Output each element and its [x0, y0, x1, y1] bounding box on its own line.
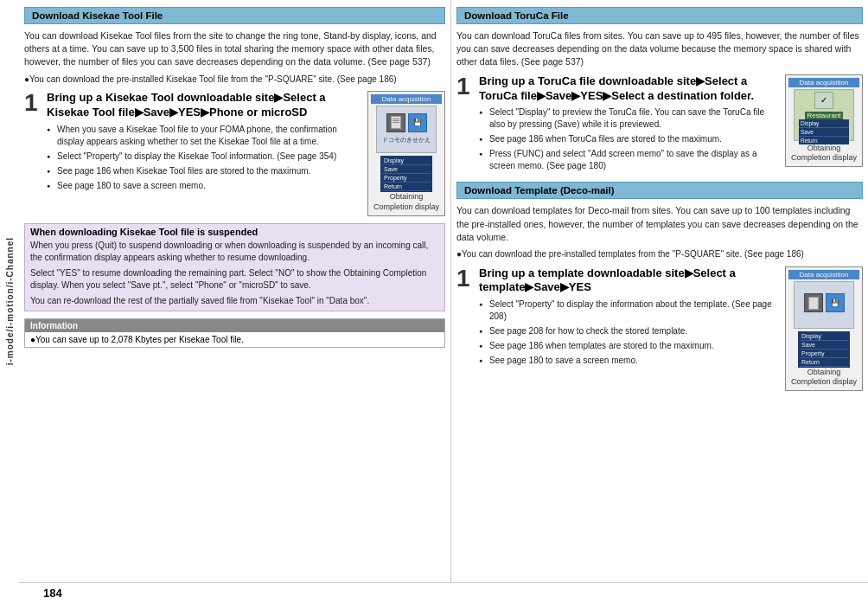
deco-icon-save: 💾: [826, 293, 845, 312]
deco-menu-save: Save: [800, 341, 848, 350]
info-box-body: ●You can save up to 2,078 Kbytes per Kis…: [25, 332, 444, 347]
left-screenshot-header: Data acquisition: [371, 94, 442, 104]
left-pre-note: ●You can download the pre-installed Kise…: [24, 74, 445, 87]
deco-screenshot-menu: Display Save Property Return: [798, 331, 850, 368]
toruca-menu: Display Save Return: [799, 119, 849, 144]
left-bullet-1: When you save a Kisekae Tool file to you…: [47, 124, 362, 148]
deco-menu-return: Return: [800, 358, 848, 367]
left-icon-doc: [386, 113, 405, 132]
left-section-header: Download Kisekae Tool File: [24, 7, 445, 24]
left-bullet-2: Select "Property" to display the Kisekae…: [47, 151, 362, 163]
left-bullet-4: See page 180 to save a screen memo.: [47, 180, 362, 192]
toruca-step1-title: Bring up a ToruCa file downloadable site…: [479, 74, 780, 104]
left-step1-row: 1 Bring up a Kisekae Tool downloadable s…: [24, 91, 445, 215]
side-label: i-mode/i-motion/i-Channel: [0, 0, 19, 603]
deco-step1-number: 1: [456, 266, 474, 291]
deco-step1-row: 1 Bring up a template downloadable site▶…: [456, 266, 863, 391]
toruca-section-header: Download ToruCa File: [456, 7, 863, 24]
toruca-step1-row: 1 Bring up a ToruCa file downloadable si…: [456, 74, 863, 176]
left-intro-text: You can download Kisekae Tool files from…: [24, 29, 445, 69]
left-screenshot-caption: Obtaining Completion display: [371, 192, 442, 212]
left-sub-section-title: When downloading Kisekae Tool file is su…: [30, 227, 439, 237]
toruca-screenshot: Data acquisition ✓ Restaurant Display: [785, 74, 863, 167]
toruca-restaurant-label: Restaurant: [805, 112, 842, 119]
deco-intro: You can download templates for Deco-mail…: [456, 204, 863, 244]
right-column: Download ToruCa File You can download To…: [451, 0, 868, 582]
left-screen-label: ドコモのきせかえ: [382, 136, 431, 144]
info-box-header: Information: [25, 319, 444, 332]
deco-screenshot-caption: Obtaining Completion display: [788, 368, 859, 388]
deco-screenshot-header: Data acquisition: [788, 270, 859, 279]
deco-step1-title: Bring up a template downloadable site▶Se…: [479, 266, 780, 296]
left-icon-save: 💾: [408, 113, 427, 132]
left-sub-para-1: When you press (Quit) to suspend downloa…: [30, 240, 439, 265]
left-screenshot-icons: 💾: [386, 113, 427, 132]
side-label-text: i-mode/i-motion/i-Channel: [5, 237, 15, 365]
deco-section-header: Download Template (Deco-mail): [456, 182, 863, 199]
left-menu-save: Save: [382, 165, 431, 174]
left-menu-display: Display: [382, 157, 431, 165]
deco-bullet-3: See page 186 when templates are stored t…: [479, 340, 780, 352]
deco-screenshot: Data acquisition 💾: [785, 266, 863, 391]
toruca-bullet-1: Select "Display" to preview the ToruCa f…: [479, 106, 780, 131]
deco-bullet-4: See page 180 to save a screen memo.: [479, 355, 780, 367]
toruca-completed-area: ✓: [796, 92, 852, 109]
left-menu-return: Return: [382, 183, 431, 191]
deco-pre-note: ●You can download the pre-installed temp…: [456, 248, 863, 261]
deco-menu-property: Property: [800, 350, 848, 358]
toruca-completed-icon: ✓: [814, 92, 833, 109]
toruca-intro: You can download ToruCa files from sites…: [456, 29, 863, 69]
page-container: i-mode/i-motion/i-Channel Download Kisek…: [0, 0, 868, 603]
deco-step1-content: 1 Bring up a template downloadable site▶…: [456, 266, 780, 370]
deco-screenshot-screen: 💾: [794, 281, 854, 329]
info-box: Information ●You can save up to 2,078 Kb…: [24, 318, 445, 348]
deco-bullet-2: See page 208 for how to check the stored…: [479, 325, 780, 337]
toruca-menu-display: Display: [799, 119, 849, 128]
left-column: Download Kisekae Tool File You can downl…: [19, 0, 451, 582]
toruca-bullet-3: Press (FUNC) and select "Add screen memo…: [479, 148, 780, 172]
left-step1-number: 1: [24, 91, 41, 115]
left-screenshot-menu: Display Save Property Return: [380, 156, 432, 192]
toruca-screenshot-header: Data acquisition: [788, 78, 859, 87]
left-sub-para-3: You can re-download the rest of the part…: [30, 295, 439, 308]
left-bullet-3: See page 186 when Kisekae Tool files are…: [47, 165, 362, 177]
deco-screenshot-icons: 💾: [804, 293, 845, 312]
deco-icon-doc: [804, 293, 823, 312]
columns: Download Kisekae Tool File You can downl…: [19, 0, 868, 582]
toruca-step1-bullets: Select "Display" to preview the ToruCa f…: [479, 106, 780, 172]
toruca-step1-content: 1 Bring up a ToruCa file downloadable si…: [456, 74, 780, 176]
toruca-menu-save: Save: [799, 128, 849, 137]
left-screenshot: Data acquisition: [367, 91, 445, 215]
left-sub-section-body: When you press (Quit) to suspend downloa…: [30, 240, 439, 308]
toruca-screenshot-caption: Obtaining Completion display: [788, 144, 859, 164]
left-step1-content: 1 Bring up a Kisekae Tool downloadable s…: [24, 91, 362, 195]
toruca-screenshot-screen: ✓ Restaurant Display Save Return: [794, 89, 854, 141]
deco-bullet-1: Select "Property" to display the informa…: [479, 298, 780, 323]
left-screenshot-screen: 💾 ドコモのきせかえ: [376, 106, 437, 153]
toruca-bullet-2: See page 186 when ToruCa files are store…: [479, 133, 780, 145]
left-step1-title: Bring up a Kisekae Tool downloadable sit…: [47, 91, 362, 120]
page-number: 184: [19, 582, 868, 603]
deco-menu-display: Display: [800, 332, 848, 341]
deco-step1-bullets: Select "Property" to display the informa…: [479, 298, 780, 367]
left-sub-section: When downloading Kisekae Tool file is su…: [24, 223, 445, 312]
left-step1-bullets: When you save a Kisekae Tool file to you…: [47, 124, 362, 192]
left-sub-para-2: Select "YES" to resume downloading the r…: [30, 267, 439, 292]
toruca-step1-number: 1: [456, 74, 474, 99]
main-content: Download Kisekae Tool File You can downl…: [19, 0, 868, 603]
left-menu-property: Property: [382, 174, 431, 183]
